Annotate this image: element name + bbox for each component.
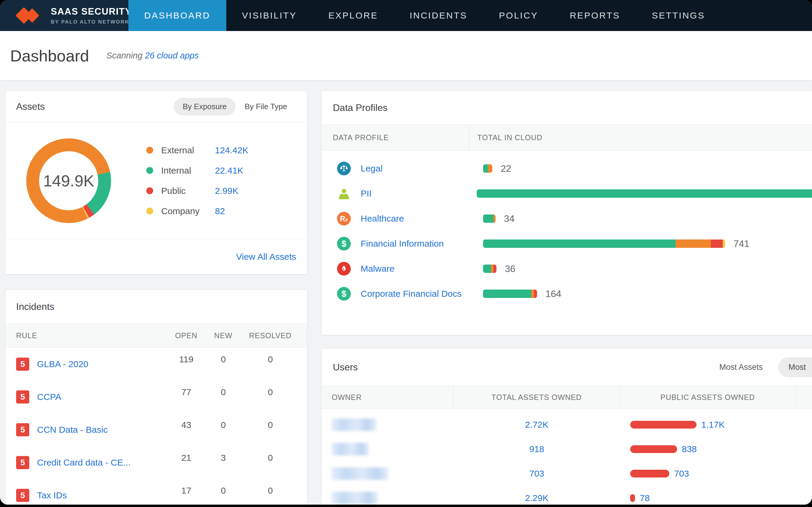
total-assets-link[interactable]: 2.72K [525, 419, 548, 430]
brand[interactable]: SAAS SECURITY BY PALO ALTO NETWORKS [0, 0, 129, 31]
public-assets-link[interactable]: 838 [682, 444, 697, 454]
open-count: 77 [169, 387, 204, 397]
by-exposure-toggle[interactable]: By Exposure [174, 98, 236, 115]
nav-tab-reports[interactable]: REPORTS [554, 0, 636, 31]
new-count: 0 [204, 354, 243, 364]
assets-donut-chart[interactable]: 149.9K [26, 138, 111, 223]
data-profile-link[interactable]: Financial Information [361, 239, 444, 248]
legend-row-external: External 124.42K [146, 145, 248, 155]
user-row: 918 838 [321, 437, 812, 461]
users-column-header: OWNER TOTAL ASSETS OWNED PUBLIC ASSETS O… [321, 386, 812, 409]
cloud-apps-link[interactable]: 26 cloud apps [145, 51, 199, 60]
healthcare-icon: Rx [337, 212, 351, 225]
user-row: 703 703 [321, 461, 812, 486]
col-new: NEW [204, 331, 243, 340]
palo-alto-logo-icon [16, 4, 44, 27]
data-profile-link[interactable]: PII [361, 188, 372, 198]
assets-total: 149.9K [43, 171, 94, 190]
data-profile-row: Rx Healthcare 34 [321, 206, 812, 231]
by-file-type-toggle[interactable]: By File Type [236, 98, 296, 115]
open-count: 17 [169, 486, 204, 496]
profile-value: 164 [545, 288, 561, 299]
nav-tab-incidents[interactable]: INCIDENTS [394, 0, 483, 31]
saas-security-dashboard: SAAS SECURITY BY PALO ALTO NETWORKS DASH… [0, 0, 812, 505]
data-profile-row: $ Corporate Financial Docs 164 [321, 281, 812, 306]
nav-tab-explore[interactable]: EXPLORE [313, 0, 394, 31]
open-count: 119 [169, 354, 204, 364]
brand-title: SAAS SECURITY [51, 6, 134, 17]
legend-value-link[interactable]: 124.42K [215, 145, 248, 155]
total-assets-link[interactable]: 2.29K [525, 493, 548, 503]
total-assets-link[interactable]: 918 [529, 444, 544, 454]
col-resolved: RESOLVED [243, 331, 298, 340]
nav-tab-policy[interactable]: POLICY [483, 0, 554, 31]
new-count: 0 [204, 486, 243, 496]
incident-row: 5 CCN Data - Basic 43 0 0 [5, 413, 307, 446]
open-count: 21 [169, 453, 204, 463]
public-assets-link[interactable]: 703 [674, 468, 689, 479]
public-assets-link[interactable]: 78 [640, 493, 650, 503]
data-profiles-column-header: DATA PROFILE TOTAL IN CLOUD [321, 124, 812, 151]
data-profiles-card: Data Profiles DATA PROFILE TOTAL IN CLOU… [321, 91, 812, 335]
assets-title: Assets [16, 101, 45, 112]
profile-bar [483, 214, 496, 223]
incident-rule-link[interactable]: Credit Card data - CE... [37, 457, 131, 468]
legend-row-internal: Internal 22.41K [146, 166, 248, 176]
nav-tab-visibility[interactable]: VISIBILITY [226, 0, 313, 31]
resolved-count: 0 [243, 486, 298, 496]
profile-bar [483, 239, 725, 248]
profile-value: 36 [505, 263, 516, 274]
legal-icon [337, 162, 351, 175]
legend-value-link[interactable]: 82 [215, 206, 225, 216]
data-profile-link[interactable]: Malware [361, 264, 394, 274]
legend-value-link[interactable]: 2.99K [215, 186, 238, 196]
severity-badge: 5 [16, 489, 29, 502]
most-assets-toggle[interactable]: Most Assets [719, 363, 763, 372]
legend-value-link[interactable]: 22.41K [215, 166, 243, 176]
data-profile-row: $ Financial Information 741 [321, 231, 812, 256]
most-public-assets-toggle[interactable]: Most [778, 357, 812, 377]
nav-tab-dashboard[interactable]: DASHBOARD [129, 0, 226, 31]
top-nav: SAAS SECURITY BY PALO ALTO NETWORKS DASH… [0, 0, 812, 31]
nav-tab-settings[interactable]: SETTINGS [636, 0, 721, 31]
owner-redacted [332, 467, 389, 480]
data-profile-row: Malware 36 [321, 256, 812, 281]
public-assets-bar [630, 494, 635, 502]
public-dot-icon [146, 187, 153, 194]
severity-badge: 5 [16, 423, 29, 436]
incident-rule-link[interactable]: Tax IDs [37, 490, 67, 500]
pii-icon [337, 187, 351, 201]
legend-row-company: Company 82 [146, 206, 248, 216]
incidents-column-header: RULE OPEN NEW RESOLVED [5, 323, 307, 348]
severity-badge: 5 [16, 456, 29, 469]
company-dot-icon [146, 208, 153, 214]
page-header: Dashboard Scanning 26 cloud apps [0, 31, 812, 80]
total-assets-link[interactable]: 703 [529, 468, 544, 478]
external-dot-icon [146, 147, 153, 154]
view-all-assets-link[interactable]: View All Assets [236, 252, 296, 262]
legend-label: External [161, 145, 215, 155]
profile-value: 22 [501, 163, 511, 174]
severity-badge: 5 [16, 357, 29, 371]
new-count: 0 [204, 420, 243, 430]
incident-rule-link[interactable]: CCN Data - Basic [37, 425, 108, 435]
profile-bar [483, 290, 537, 298]
malware-icon [337, 262, 351, 276]
incidents-card: Incidents RULE OPEN NEW RESOLVED 5 GLBA … [5, 290, 307, 505]
profile-value: 741 [733, 238, 749, 249]
data-profile-link[interactable]: Legal [361, 163, 383, 173]
public-assets-bar [630, 445, 677, 453]
public-assets-bar [630, 470, 669, 477]
incident-rule-link[interactable]: GLBA - 2020 [37, 359, 88, 369]
incident-row: 5 GLBA - 2020 119 0 0 [5, 348, 307, 381]
incident-rule-link[interactable]: CCPA [37, 392, 61, 402]
data-profile-link[interactable]: Healthcare [361, 214, 404, 223]
profile-value: 34 [504, 213, 515, 224]
data-profile-link[interactable]: Corporate Financial Docs [361, 289, 461, 298]
users-card: Users Most Assets Most OWNER TOTAL ASSET… [321, 348, 812, 505]
new-count: 3 [204, 453, 243, 463]
col-public-assets-owned: PUBLIC ASSETS OWNED [620, 386, 796, 408]
public-assets-link[interactable]: 1.17K [701, 419, 724, 430]
col-rule: RULE [14, 331, 169, 340]
user-row: 2.72K 1.17K [321, 412, 812, 437]
